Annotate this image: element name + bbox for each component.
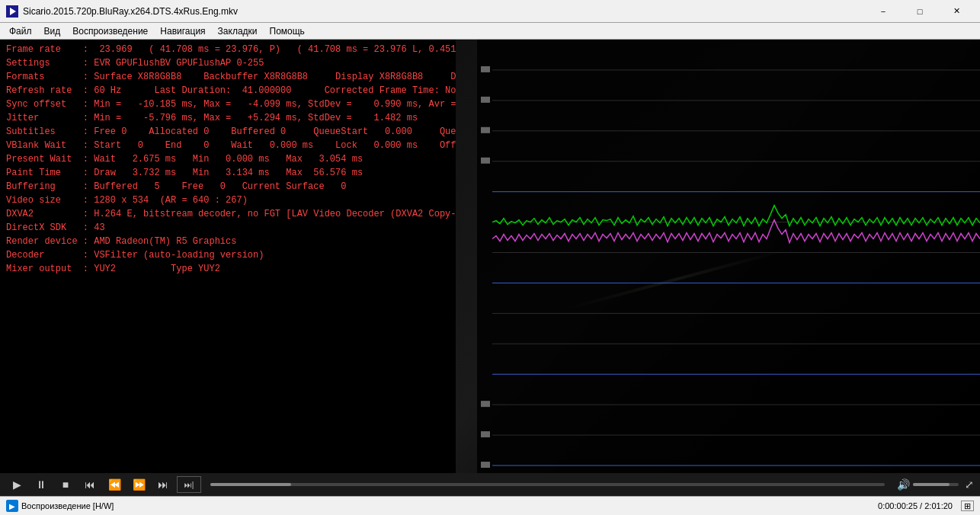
svg-rect-16 bbox=[481, 66, 490, 72]
stats-line-11: Buffering : Buffered 5 Free 0 Current Su… bbox=[6, 180, 450, 194]
seek-bar-fill bbox=[210, 483, 291, 486]
stats-line-13: DXVA2 : H.264 E, bitstream decoder, no F… bbox=[6, 207, 450, 221]
graph-overlay bbox=[477, 40, 980, 473]
title-bar: Sicario.2015.720p.BluRay.x264.DTS.4xRus.… bbox=[0, 0, 980, 23]
svg-rect-21 bbox=[481, 431, 490, 437]
stats-line-2: Settings : EVR GPUFlushBV GPUFlushAP 0-2… bbox=[6, 56, 450, 70]
status-bar: ▶ Воспроизведение [H/W] 0:00:00:25 / 2:0… bbox=[0, 496, 980, 515]
stats-line-14: DirectX SDK : 43 bbox=[6, 221, 450, 235]
menu-bookmarks[interactable]: Закладки bbox=[212, 24, 264, 38]
svg-rect-19 bbox=[481, 158, 490, 164]
stats-line-5: Sync offset : Min = -10.185 ms, Max = -4… bbox=[6, 98, 450, 111]
stats-line-4: Refresh rate : 60 Hz Last Duration: 41.0… bbox=[6, 84, 450, 98]
stats-line-15: Render device : AMD Radeon(TM) R5 Graphi… bbox=[6, 235, 450, 248]
main-content: Frame rate : 23.969 ( 41.708 ms = 23.976… bbox=[0, 40, 980, 473]
frame-step-button[interactable]: ⏭| bbox=[177, 476, 201, 493]
status-text: Воспроизведение [H/W] bbox=[21, 501, 114, 510]
expand-icon[interactable]: ⤢ bbox=[965, 478, 974, 491]
stats-line-9: Present Wait : Wait 2.675 ms Min 0.000 m… bbox=[6, 152, 450, 166]
stats-line-17: Mixer output : YUY2 Type YUY2 bbox=[6, 262, 450, 276]
menu-playback[interactable]: Воспроизведение bbox=[66, 24, 154, 38]
svg-rect-22 bbox=[481, 462, 490, 468]
stats-line-16: Decoder : VSFilter (auto-loading version… bbox=[6, 248, 450, 262]
minimize-button[interactable]: − bbox=[866, 0, 901, 23]
menu-file[interactable]: Файл bbox=[3, 24, 38, 38]
menu-help[interactable]: Помощь bbox=[264, 24, 311, 38]
menu-bar: Файл Вид Воспроизведение Навигация Закла… bbox=[0, 23, 980, 40]
play-button[interactable]: ▶ bbox=[6, 476, 27, 493]
next-button[interactable]: ⏭ bbox=[152, 476, 174, 493]
maximize-button[interactable]: □ bbox=[902, 0, 937, 23]
pause-button[interactable]: ⏸ bbox=[30, 476, 52, 493]
video-frame bbox=[456, 40, 980, 473]
stats-line-3: Formats : Surface X8R8G8B8 Backbuffer X8… bbox=[6, 70, 450, 84]
volume-bar[interactable] bbox=[913, 483, 959, 486]
stats-line-10: Paint Time : Draw 3.732 ms Min 3.134 ms … bbox=[6, 166, 450, 180]
hw-badge: ⊞ bbox=[961, 501, 974, 511]
svg-rect-20 bbox=[481, 401, 490, 407]
rewind-button[interactable]: ⏪ bbox=[104, 476, 125, 493]
svg-rect-17 bbox=[481, 97, 490, 103]
svg-rect-18 bbox=[481, 127, 490, 133]
seek-bar[interactable] bbox=[210, 483, 885, 486]
prev-button[interactable]: ⏮ bbox=[79, 476, 101, 493]
window-title: Sicario.2015.720p.BluRay.x264.DTS.4xRus.… bbox=[23, 6, 866, 17]
app-icon bbox=[6, 5, 18, 18]
video-panel bbox=[456, 40, 980, 473]
total-time: 2:01:20 bbox=[924, 501, 953, 510]
stats-line-6: Jitter : Min = -5.796 ms, Max = +5.294 m… bbox=[6, 111, 450, 125]
status-play-icon: ▶ bbox=[6, 500, 18, 512]
stop-button[interactable]: ■ bbox=[55, 476, 76, 493]
status-time: 0:00:00:25 / 2:01:20 ⊞ bbox=[878, 501, 974, 511]
close-button[interactable]: ✕ bbox=[939, 0, 974, 23]
stats-line-1: Frame rate : 23.969 ( 41.708 ms = 23.976… bbox=[6, 43, 450, 56]
window-controls: − □ ✕ bbox=[866, 0, 974, 23]
waveform-graph bbox=[477, 40, 980, 473]
volume-icon: 🔊 bbox=[897, 478, 910, 491]
stats-line-7: Subtitles : Free 0 Allocated 0 Buffered … bbox=[6, 125, 450, 139]
transport-bar: ▶ ⏸ ■ ⏮ ⏪ ⏩ ⏭ ⏭| 🔊 ⤢ bbox=[0, 473, 980, 496]
menu-view[interactable]: Вид bbox=[38, 24, 67, 38]
stats-line-12: Video size : 1280 x 534 (AR = 640 : 267) bbox=[6, 194, 450, 207]
menu-navigation[interactable]: Навигация bbox=[154, 24, 211, 38]
current-time: 0:00:00:25 bbox=[878, 501, 918, 510]
stats-line-8: VBlank Wait : Start 0 End 0 Wait 0.000 m… bbox=[6, 139, 450, 152]
stats-panel: Frame rate : 23.969 ( 41.708 ms = 23.976… bbox=[0, 40, 456, 473]
fast-forward-button[interactable]: ⏩ bbox=[128, 476, 149, 493]
